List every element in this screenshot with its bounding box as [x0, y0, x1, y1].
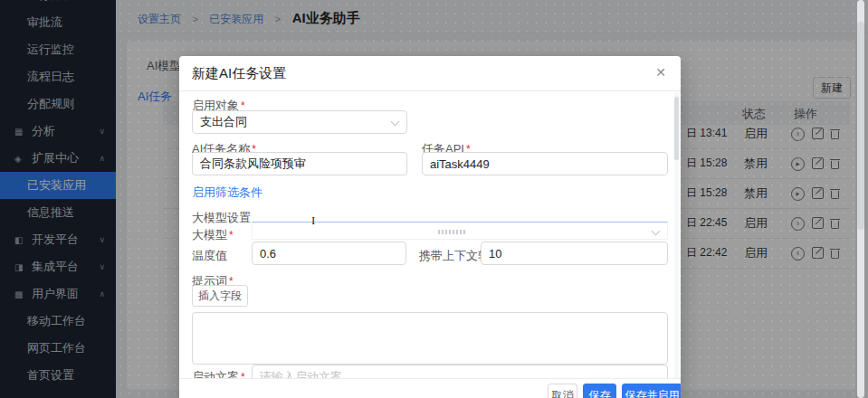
text-cursor: I	[311, 213, 315, 228]
modal-scrollbar[interactable]	[674, 92, 679, 398]
save-button[interactable]: 保存	[583, 384, 616, 398]
chevron-down-icon	[652, 227, 661, 236]
task-name-input[interactable]	[192, 152, 407, 175]
modal-scrollbar-thumb[interactable]	[674, 97, 679, 160]
chevron-down-icon	[391, 118, 400, 127]
modal-footer: 取消 保存 保存并启用	[179, 378, 681, 398]
page-scrollbar[interactable]	[857, 0, 864, 398]
insert-field-button[interactable]: 插入字段	[192, 285, 248, 307]
context-rounds-input[interactable]	[481, 242, 668, 265]
page-scrollbar-thumb[interactable]	[857, 22, 864, 230]
modal-title: 新建AI任务设置	[192, 65, 286, 82]
close-icon[interactable]: ✕	[655, 65, 666, 80]
model-section-label: 大模型设置	[192, 210, 251, 226]
task-api-input[interactable]	[422, 152, 668, 175]
modal-header: 新建AI任务设置 ✕	[179, 56, 681, 91]
cancel-button[interactable]: 取消	[548, 384, 577, 398]
enable-target-value: 支出合同	[200, 111, 247, 133]
prompt-textarea[interactable]	[192, 312, 668, 365]
temperature-label: 温度值	[192, 248, 227, 264]
new-ai-task-modal: 新建AI任务设置 ✕ 启用对象* 支出合同 AI任务名称* 任务API* 启用筛…	[179, 56, 681, 398]
enable-filter-link[interactable]: 启用筛选条件	[192, 185, 262, 201]
model-label: 大模型*	[192, 227, 234, 243]
enable-target-select[interactable]: 支出合同	[192, 110, 407, 134]
illegible-faint-text	[438, 230, 465, 234]
temperature-input[interactable]	[252, 242, 406, 265]
app-root: 业务流程 审批流 运行监控 流程日志 分配规则 ▦分析 ∨ ◈扩展中心 ∧ 已安…	[0, 0, 868, 398]
save-and-enable-button[interactable]: 保存并启用	[622, 384, 681, 398]
